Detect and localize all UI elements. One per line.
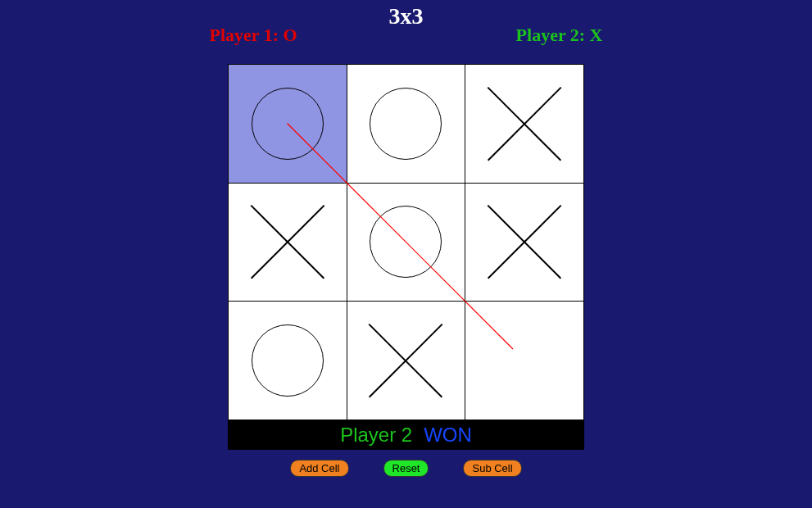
status-result-text: WON: [424, 424, 472, 447]
sub-cell-button[interactable]: Sub Cell: [463, 460, 521, 477]
circle-icon: [370, 206, 442, 278]
grid-size-label: 3x3: [389, 3, 424, 29]
board-wrapper: [228, 64, 584, 420]
player-2-label: Player 2: X: [516, 25, 603, 46]
x-icon: [368, 323, 443, 398]
circle-icon: [252, 324, 324, 397]
cell-2[interactable]: [465, 65, 583, 183]
x-icon: [250, 204, 325, 279]
status-bar: Player 2 WON: [228, 420, 584, 450]
cell-0[interactable]: [229, 65, 347, 183]
controls: Add Cell Reset Sub Cell: [290, 460, 521, 477]
cell-8[interactable]: [465, 302, 583, 420]
cell-1[interactable]: [347, 65, 465, 183]
x-icon: [487, 204, 562, 279]
cell-4[interactable]: [347, 184, 465, 302]
tictactoe-board: [228, 64, 584, 420]
cell-3[interactable]: [229, 184, 347, 302]
cell-5[interactable]: [465, 184, 583, 302]
x-icon: [487, 86, 562, 161]
header: 3x3 Player 1: O Player 2: X: [218, 3, 595, 52]
add-cell-button[interactable]: Add Cell: [290, 460, 348, 477]
circle-icon: [252, 88, 324, 160]
cell-6[interactable]: [229, 302, 347, 420]
player-1-label: Player 1: O: [210, 25, 297, 46]
reset-button[interactable]: Reset: [383, 460, 429, 477]
cell-7[interactable]: [347, 302, 465, 420]
status-player-text: Player 2: [340, 424, 412, 447]
circle-icon: [370, 88, 442, 160]
